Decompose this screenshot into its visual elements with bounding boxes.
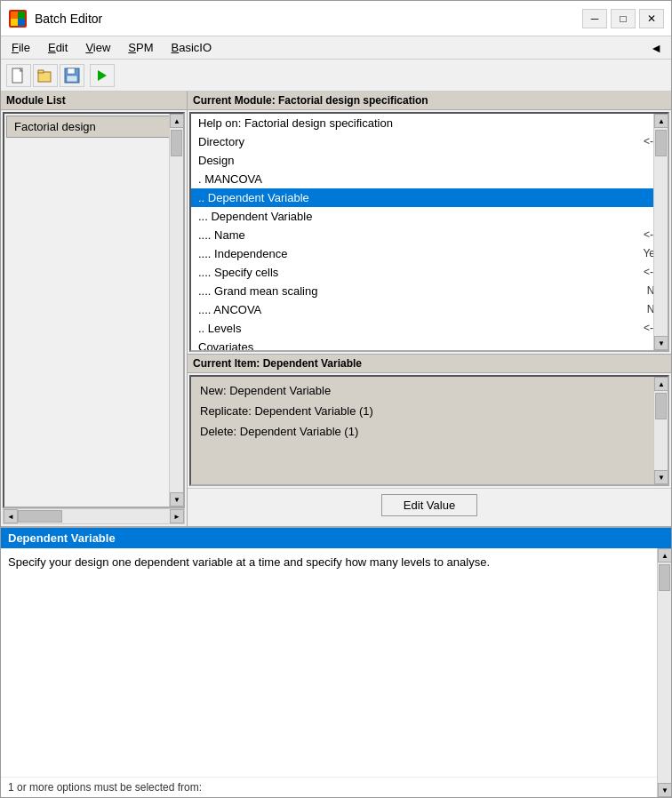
- description-footer: 1 or more options must be selected from:: [1, 777, 671, 797]
- tree-item-1[interactable]: Directory<-X: [191, 132, 668, 151]
- description-header: Dependent Variable: [1, 528, 671, 548]
- tree-item-2[interactable]: Design: [191, 151, 668, 170]
- svg-rect-3: [11, 19, 18, 26]
- bottom-toolbar: Edit Value: [188, 488, 671, 522]
- desc-scroll-thumb[interactable]: [659, 564, 670, 591]
- svg-rect-4: [18, 12, 25, 19]
- tree-item-5[interactable]: ... Dependent Variable: [191, 207, 668, 226]
- current-item-panel: Current Item: Dependent Variable New: De…: [188, 354, 671, 488]
- menu-edit[interactable]: Edit: [41, 39, 75, 56]
- description-content: Specify your design one dependent variab…: [1, 548, 671, 777]
- actions-container: New: Dependent VariableReplicate: Depend…: [191, 380, 668, 442]
- scroll-thumb[interactable]: [171, 130, 182, 156]
- tree-item-3[interactable]: . MANCOVA: [191, 170, 668, 188]
- actions-scroll-track: [654, 391, 668, 470]
- tree-item-8[interactable]: .... Specify cells<-X: [191, 263, 668, 282]
- tree-item-0[interactable]: Help on: Factorial design specification: [191, 114, 668, 132]
- maximize-button[interactable]: □: [611, 9, 636, 28]
- svg-rect-10: [67, 76, 77, 82]
- app-icon: [8, 9, 28, 28]
- svg-rect-2: [18, 19, 25, 26]
- current-module-header: Current Module: Factorial design specifi…: [188, 92, 671, 110]
- svg-rect-6: [38, 72, 51, 82]
- module-list-scrollbar[interactable]: ▲ ▼: [169, 114, 183, 507]
- tree-item-9[interactable]: .... Grand mean scalingNo: [191, 282, 668, 300]
- module-list-header: Module List: [1, 92, 187, 110]
- menu-file[interactable]: File: [4, 39, 37, 56]
- menu-spm[interactable]: SPM: [121, 39, 160, 56]
- module-list-content: Factorial design ▲ ▼: [3, 112, 185, 508]
- module-tree: Help on: Factorial design specificationD…: [189, 112, 669, 352]
- tree-item-7[interactable]: .... IndependenceYes: [191, 244, 668, 263]
- description-panel: Dependent Variable Specify your design o…: [1, 527, 671, 797]
- menu-view[interactable]: View: [78, 39, 117, 56]
- batch-editor-window: Batch Editor ─ □ ✕ File Edit View SPM Ba…: [0, 0, 672, 798]
- svg-rect-7: [38, 70, 44, 73]
- tree-scroll-thumb[interactable]: [655, 130, 667, 156]
- tree-scrollbar[interactable]: ▲ ▼: [653, 114, 668, 350]
- description-text: Specify your design one dependent variab…: [8, 555, 653, 569]
- svg-marker-11: [98, 70, 107, 81]
- new-icon: [11, 68, 27, 84]
- top-section: Module List Factorial design ▲ ▼: [1, 92, 671, 527]
- new-button[interactable]: [6, 64, 31, 87]
- svg-rect-9: [68, 68, 75, 74]
- toolbar: [1, 60, 671, 92]
- module-list-panel: Module List Factorial design ▲ ▼: [1, 92, 188, 526]
- title-bar: Batch Editor ─ □ ✕: [1, 1, 671, 36]
- title-bar-controls: ─ □ ✕: [582, 9, 664, 28]
- scroll-track: [170, 128, 183, 492]
- open-button[interactable]: [33, 64, 58, 87]
- tree-item-12[interactable]: Covariates: [191, 338, 668, 352]
- action-item-0[interactable]: New: Dependent Variable: [191, 380, 668, 401]
- hscroll-thumb[interactable]: [18, 510, 62, 523]
- menu-arrow: ◄: [650, 41, 668, 55]
- close-button[interactable]: ✕: [639, 9, 664, 28]
- hscroll-left-btn[interactable]: ◄: [4, 509, 18, 523]
- run-button[interactable]: [90, 64, 115, 87]
- actions-scroll-up[interactable]: ▲: [654, 377, 668, 391]
- scroll-up-btn[interactable]: ▲: [170, 114, 184, 128]
- tree-item-10[interactable]: .... ANCOVANo: [191, 300, 668, 319]
- title-bar-left: Batch Editor: [8, 9, 102, 28]
- save-icon: [64, 68, 80, 84]
- menu-basicio[interactable]: BasicIO: [164, 39, 220, 56]
- h-scrollbar[interactable]: ◄ ►: [3, 508, 185, 524]
- tree-container: Help on: Factorial design specificationD…: [191, 114, 668, 352]
- run-icon: [95, 68, 109, 83]
- current-item-content: New: Dependent VariableReplicate: Depend…: [189, 375, 669, 486]
- tree-item-11[interactable]: .. Levels<-X: [191, 319, 668, 338]
- edit-value-button[interactable]: Edit Value: [381, 494, 477, 516]
- save-button[interactable]: [60, 64, 84, 87]
- current-item-header: Current Item: Dependent Variable: [188, 355, 671, 373]
- minimize-button[interactable]: ─: [582, 9, 607, 28]
- main-area: Module List Factorial design ▲ ▼: [1, 92, 671, 797]
- menu-bar: File Edit View SPM BasicIO ◄: [1, 36, 671, 60]
- actions-scroll-down[interactable]: ▼: [654, 470, 668, 484]
- tree-scroll-down[interactable]: ▼: [654, 336, 668, 350]
- hscroll-right-btn[interactable]: ►: [170, 509, 184, 523]
- desc-scroll-up[interactable]: ▲: [658, 548, 671, 563]
- current-module-panel: Current Module: Factorial design specifi…: [188, 92, 671, 526]
- open-icon: [37, 68, 53, 84]
- tree-scroll-track: [654, 128, 668, 336]
- desc-scroll-track: [658, 563, 671, 783]
- window-title: Batch Editor: [35, 12, 102, 26]
- actions-scroll-thumb[interactable]: [655, 393, 667, 419]
- tree-item-4[interactable]: .. Dependent Variable: [191, 188, 668, 207]
- desc-scrollbar[interactable]: ▲ ▼: [657, 548, 671, 797]
- action-item-1[interactable]: Replicate: Dependent Variable (1): [191, 401, 668, 421]
- scroll-down-btn[interactable]: ▼: [170, 492, 184, 507]
- svg-rect-1: [11, 12, 18, 19]
- desc-scroll-down[interactable]: ▼: [658, 783, 671, 797]
- tree-scroll-up[interactable]: ▲: [654, 114, 668, 128]
- module-item-factorial[interactable]: Factorial design: [6, 116, 181, 138]
- action-item-2[interactable]: Delete: Dependent Variable (1): [191, 421, 668, 442]
- actions-scrollbar[interactable]: ▲ ▼: [653, 377, 668, 484]
- tree-item-6[interactable]: .... Name<-X: [191, 226, 668, 244]
